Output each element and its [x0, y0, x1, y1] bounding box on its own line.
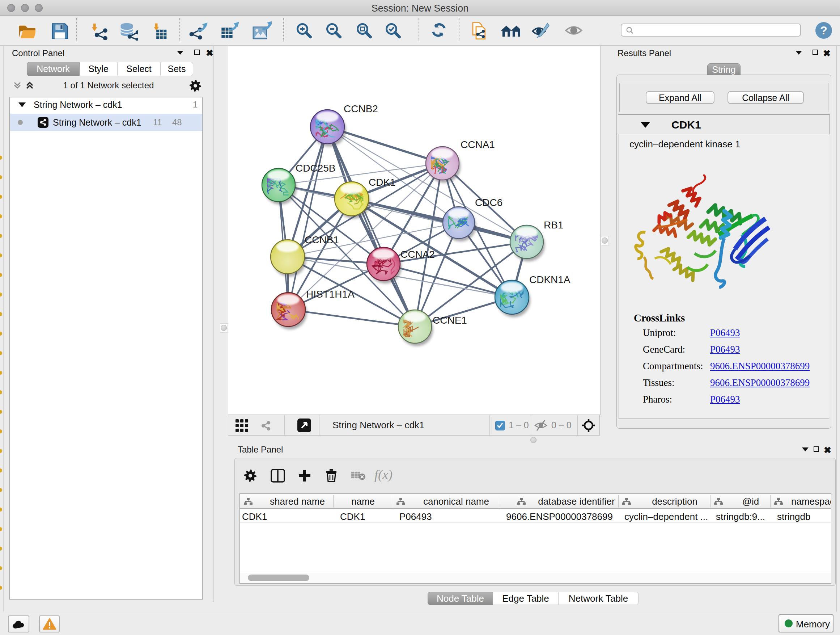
- svg-text:CCNA1: CCNA1: [461, 139, 495, 150]
- svg-text:CDKN1A: CDKN1A: [529, 274, 570, 285]
- svg-text:CCNA2: CCNA2: [401, 249, 435, 260]
- svg-text:HIST1H1A: HIST1H1A: [306, 288, 355, 300]
- svg-text:CDC6: CDC6: [475, 197, 502, 208]
- svg-text:CDC25B: CDC25B: [295, 163, 335, 174]
- svg-text:CCNE1: CCNE1: [433, 315, 467, 326]
- svg-text:CCNB2: CCNB2: [344, 103, 378, 114]
- svg-text:CDK1: CDK1: [369, 177, 396, 188]
- svg-text:RB1: RB1: [544, 219, 563, 231]
- svg-text:CCNB1: CCNB1: [305, 234, 339, 245]
